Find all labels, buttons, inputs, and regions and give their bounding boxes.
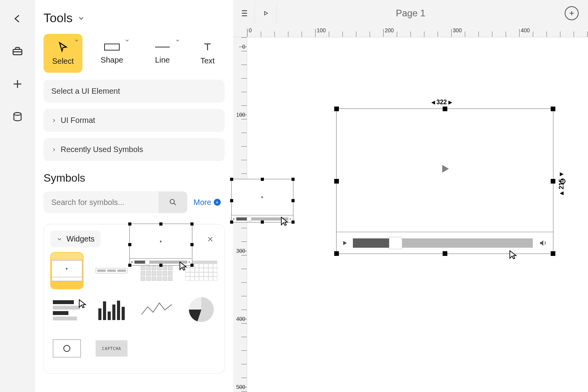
- symbols-title: Symbols: [44, 172, 225, 184]
- chevron-down-icon: [77, 14, 85, 22]
- symbol-line-chart[interactable]: [140, 291, 173, 328]
- symbols-more-link[interactable]: More +: [194, 198, 221, 207]
- chevron-down-icon[interactable]: [175, 38, 180, 43]
- ruler-horizontal: 0 100 200 300 400: [233, 26, 588, 37]
- widget-media-player[interactable]: [336, 108, 553, 254]
- plus-circle-icon: +: [214, 199, 221, 206]
- media-play-button[interactable]: [337, 232, 353, 254]
- resize-handle[interactable]: [551, 179, 555, 184]
- tool-label: Shape: [101, 56, 123, 65]
- tool-label: Line: [155, 56, 170, 65]
- cylinder-icon[interactable]: [8, 107, 27, 126]
- add-icon[interactable]: [8, 75, 27, 93]
- media-progress-thumb[interactable]: [389, 237, 402, 249]
- symbols-grid: CAPTCHA: [50, 252, 218, 367]
- symbols-close-button[interactable]: [202, 231, 218, 247]
- symbols-search-button[interactable]: [159, 191, 187, 213]
- tool-select[interactable]: Select: [44, 34, 82, 73]
- symbol-media-player[interactable]: [50, 252, 84, 289]
- symbol-webcam[interactable]: [50, 330, 84, 367]
- symbols-category-toggle[interactable]: Widgets: [50, 231, 101, 247]
- canvas-workspace[interactable]: ◀ 322 ▶ ▶ 215 ◀: [247, 37, 588, 392]
- line-icon: [154, 42, 171, 52]
- symbols-search-input[interactable]: [44, 191, 159, 213]
- resize-handle[interactable]: [334, 179, 339, 184]
- ruler-corner: [233, 26, 247, 37]
- symbols-search-wrap: [44, 191, 187, 213]
- chevron-right-icon: [51, 118, 57, 123]
- symbol-captcha[interactable]: CAPTCHA: [95, 330, 129, 367]
- back-button[interactable]: [8, 9, 27, 28]
- left-rail: [0, 0, 35, 392]
- play-icon: [159, 238, 163, 245]
- play-icon: [438, 162, 452, 177]
- more-label: More: [194, 198, 211, 207]
- tool-shape[interactable]: Shape: [91, 34, 133, 73]
- resize-handle[interactable]: [551, 251, 555, 256]
- symbol-bar-chart-v[interactable]: [95, 291, 129, 328]
- tool-text[interactable]: Text: [192, 34, 223, 73]
- list-icon: [239, 8, 249, 18]
- plus-icon: [568, 10, 575, 17]
- arrow-right-icon: ▶: [448, 100, 452, 105]
- resize-handle[interactable]: [443, 107, 447, 111]
- resize-handle[interactable]: [334, 251, 339, 256]
- resize-handle[interactable]: [334, 107, 339, 111]
- svg-rect-2: [105, 44, 119, 50]
- symbols-search-row: More +: [44, 191, 225, 213]
- play-icon: [260, 194, 264, 201]
- cursor-icon: [57, 41, 69, 53]
- symbol-bar-chart-h[interactable]: [50, 291, 84, 328]
- tools-title-text: Tools: [44, 11, 73, 25]
- tool-label: Select: [52, 57, 74, 66]
- toolbox-icon[interactable]: [8, 42, 27, 61]
- search-icon: [169, 198, 177, 206]
- tools-title[interactable]: Tools: [44, 11, 225, 25]
- panel-recently-used[interactable]: Recently Used Symbols: [44, 138, 225, 161]
- symbols-category-label: Widgets: [66, 234, 94, 243]
- canvas-outline-button[interactable]: [233, 2, 255, 24]
- selection-width-value: 322: [436, 99, 447, 106]
- chevron-right-icon: [51, 147, 57, 152]
- svg-point-1: [14, 113, 21, 116]
- canvas-play-button[interactable]: [255, 2, 277, 24]
- canvas-page-title: Page 1: [396, 8, 425, 19]
- arrow-left-icon: ◀: [431, 100, 435, 105]
- play-outline-icon: [263, 10, 269, 16]
- panel-label: UI Format: [61, 116, 95, 125]
- canvas-add-page-button[interactable]: [565, 6, 579, 20]
- media-volume-button[interactable]: [533, 232, 553, 254]
- tools-panel: Tools Select Shape Line Text Select a UI…: [35, 0, 233, 392]
- text-icon: [202, 42, 213, 52]
- canvas-header: Page 1: [233, 0, 588, 26]
- selection-width-indicator: ◀ 322 ▶: [431, 99, 452, 106]
- close-icon: [207, 236, 214, 243]
- resize-handle[interactable]: [443, 251, 447, 256]
- chevron-down-icon[interactable]: [124, 38, 130, 43]
- svg-point-3: [170, 200, 174, 204]
- tool-line[interactable]: Line: [141, 34, 183, 73]
- arrow-down-icon: ◀: [559, 172, 564, 177]
- symbol-pie-chart[interactable]: [185, 291, 218, 328]
- symbol-scrollbar[interactable]: [95, 252, 129, 289]
- tool-label: Text: [201, 56, 215, 65]
- drag-preview-panel: [129, 224, 192, 266]
- panel-select-ui-element[interactable]: Select a UI Element: [44, 80, 225, 103]
- selection-height-indicator: ▶ 215 ◀: [558, 172, 565, 196]
- media-controls-bar: [337, 232, 553, 254]
- selection-height-value: 215: [558, 179, 565, 189]
- chevron-down-icon: [56, 236, 63, 242]
- panel-label: Select a UI Element: [51, 87, 120, 96]
- arrow-up-icon: ▶: [559, 191, 564, 196]
- drag-preview-canvas: [231, 179, 293, 222]
- panel-ui-format[interactable]: UI Format: [44, 109, 225, 132]
- rectangle-icon: [104, 42, 120, 52]
- panel-label: Recently Used Symbols: [61, 145, 143, 154]
- resize-handle[interactable]: [551, 107, 555, 111]
- chevron-down-icon[interactable]: [74, 38, 79, 43]
- tool-buttons-row: Select Shape Line Text: [44, 34, 225, 73]
